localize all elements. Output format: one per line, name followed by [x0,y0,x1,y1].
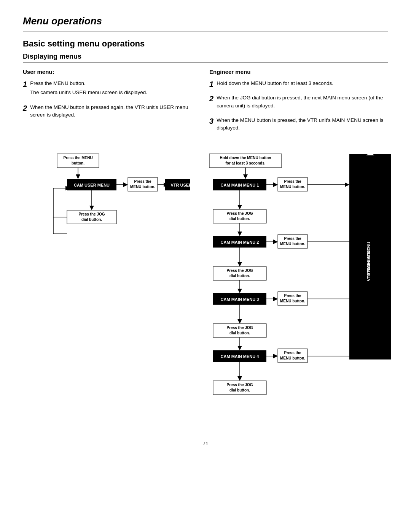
svg-text:CAM MAIN MENU 1: CAM MAIN MENU 1 [221,183,259,187]
svg-marker-21 [89,206,94,210]
diagrams-area: Press the MENU button. CAM USER MENU Pre… [23,150,388,425]
right-step-2: 2 When the JOG dial button is pressed, t… [209,94,388,111]
svg-text:CAM MAIN MENU 2: CAM MAIN MENU 2 [221,240,259,244]
svg-text:MENU button.: MENU button. [130,185,155,189]
top-rule [23,31,388,32]
svg-text:Press the MENU: Press the MENU [63,156,92,160]
svg-marker-58 [237,262,242,267]
right-step-1-line1: Hold down the MENU button for at least 3… [217,80,388,87]
svg-text:Press the JOG: Press the JOG [227,268,253,273]
right-step-3: 3 When the MENU button is pressed, the V… [209,117,388,134]
svg-marker-4 [76,174,80,179]
left-diagram: Press the MENU button. CAM USER MENU Pre… [23,150,206,425]
right-step-3-line1: When the MENU button is pressed, the VTR… [217,117,388,132]
svg-marker-88 [237,376,242,381]
svg-marker-48 [237,232,242,236]
svg-marker-30 [243,174,248,179]
svg-text:Hold down the MENU button: Hold down the MENU button [220,156,271,160]
svg-marker-82 [273,354,278,358]
svg-text:for at least 3 seconds.: for at least 3 seconds. [225,161,265,165]
text-columns: User menu: 1 Press the MENU button. The … [23,69,388,139]
svg-text:CAM USER MENU: CAM USER MENU [74,183,110,187]
left-step-1: 1 Press the MENU button. The camera unit… [23,80,194,98]
svg-text:button.: button. [72,161,84,165]
page-number: 71 [23,441,388,446]
svg-text:MENU button.: MENU button. [280,242,305,246]
svg-marker-52 [273,240,278,244]
left-diagram-svg: Press the MENU button. CAM USER MENU Pre… [23,150,190,257]
right-diagram-svg: Hold down the MENU button for at least 3… [206,150,396,424]
right-step-1: 1 Hold down the MENU button for at least… [209,80,388,89]
left-col-header: User menu: [23,69,194,75]
svg-text:Press the: Press the [284,179,301,184]
svg-text:CAM MAIN MENU 4: CAM MAIN MENU 4 [221,354,260,359]
svg-marker-43 [237,205,242,209]
svg-marker-73 [237,319,242,324]
svg-text:Press the: Press the [134,179,151,184]
svg-text:CAM MAIN MENU 3: CAM MAIN MENU 3 [221,297,259,302]
left-step-1-line1: Press the MENU button. [30,80,194,87]
right-step-2-line1: When the JOG dial button is pressed, the… [217,94,388,110]
right-diagram: Hold down the MENU button for at least 3… [206,150,388,425]
svg-marker-67 [273,297,278,301]
svg-marker-12 [123,182,128,187]
svg-marker-39 [345,182,349,187]
svg-text:Press the JOG: Press the JOG [227,211,253,216]
svg-text:VTR MAIN MENU: VTR MAIN MENU [366,248,371,281]
svg-text:Press the JOG: Press the JOG [227,383,253,387]
svg-text:MENU button.: MENU button. [280,356,305,360]
svg-marker-78 [237,346,242,350]
sub-title: Displaying menus [23,53,388,62]
svg-marker-63 [237,289,242,293]
svg-marker-34 [273,182,278,187]
left-step-2: 2 When the MENU button is pressed again,… [23,104,194,121]
svg-text:Press the: Press the [284,351,301,355]
left-step-2-line1: When the MENU button is pressed again, t… [30,104,194,119]
svg-text:MENU button.: MENU button. [280,185,305,189]
page-title: Menu operations [23,15,388,27]
svg-text:dial button.: dial button. [229,388,250,392]
right-column: Engineer menu 1 Hold down the MENU butto… [206,69,388,139]
svg-text:dial button.: dial button. [229,331,250,335]
left-column: User menu: 1 Press the MENU button. The … [23,69,206,139]
svg-text:dial button.: dial button. [81,217,102,222]
section-title: Basic setting menu operations [23,39,388,49]
svg-text:dial button.: dial button. [229,274,250,278]
svg-text:VTR USER MENU: VTR USER MENU [170,183,190,187]
svg-text:Press the: Press the [284,294,301,298]
svg-text:Press the JOG: Press the JOG [227,326,253,330]
left-step-1-line2: The camera unit's USER menu screen is di… [30,89,194,96]
right-col-header: Engineer menu [209,69,388,75]
svg-text:Press the: Press the [284,236,301,241]
svg-text:dial button.: dial button. [229,217,250,221]
svg-text:Press the JOG: Press the JOG [79,212,105,216]
svg-text:MENU button.: MENU button. [280,299,305,303]
